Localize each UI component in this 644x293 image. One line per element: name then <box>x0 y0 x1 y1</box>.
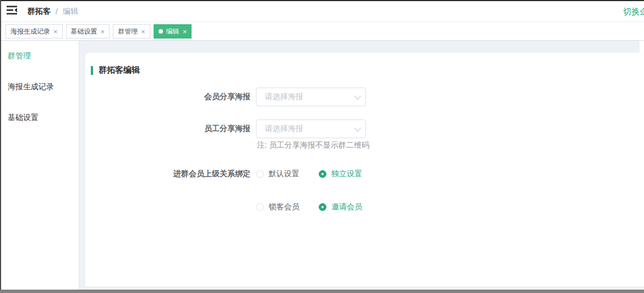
sidebar-item-label: 群管理 <box>8 51 31 61</box>
scrollbar-track[interactable] <box>640 41 644 54</box>
sidebar-item-label: 海报生成记录 <box>8 82 54 92</box>
sidebar-item-poster-records[interactable]: 海报生成记录 <box>0 72 79 102</box>
sidebar-toggle-button[interactable] <box>0 1 24 21</box>
chevron-down-icon <box>354 124 361 132</box>
horizontal-scrollbar[interactable] <box>0 290 644 293</box>
radio-invited-member[interactable]: 邀请会员 <box>319 202 362 212</box>
radio-label: 独立设置 <box>331 169 362 179</box>
title-marker-bar <box>91 66 93 75</box>
tab-label: 群管理 <box>118 27 138 36</box>
field-label: 员工分享海报 <box>85 124 250 134</box>
radio-group-member-type: 锁客会员 邀请会员 <box>256 202 362 212</box>
section-title: 群拓客编辑 <box>91 65 140 75</box>
sidebar-item-group-management[interactable]: 群管理 <box>0 41 79 72</box>
workspace: 群管理 海报生成记录 基础设置 群拓客编辑 会员分享海报 请选择海报 <box>0 41 644 290</box>
radio-label: 默认设置 <box>269 169 299 179</box>
breadcrumb: 群拓客 / 编辑 <box>28 7 78 17</box>
select-placeholder: 请选择海报 <box>265 92 303 102</box>
window-top-edge <box>0 0 644 1</box>
radio-label: 邀请会员 <box>331 202 362 212</box>
staff-poster-select[interactable]: 请选择海报 <box>256 120 366 138</box>
page-title: 群拓客编辑 <box>99 65 140 75</box>
close-icon[interactable]: × <box>141 28 145 35</box>
active-tab-dot-icon <box>159 29 163 34</box>
chevron-down-icon <box>354 93 361 100</box>
breadcrumb-separator: / <box>56 7 58 16</box>
top-navbar: 群拓客 / 编辑 切换企业 <box>0 1 644 22</box>
hamburger-icon <box>7 6 18 17</box>
tags-view-bar: 海报生成记录 × 基础设置 × 群管理 × 编辑 × <box>0 22 644 41</box>
member-poster-select[interactable]: 请选择海报 <box>256 88 366 106</box>
content-card: 群拓客编辑 会员分享海报 请选择海报 员工分享海报 请选择海报 <box>85 53 644 286</box>
staff-poster-note: 注: 员工分享海报不显示群二维码 <box>257 140 369 150</box>
radio-icon <box>256 203 264 211</box>
tab-label: 编辑 <box>166 27 179 36</box>
breadcrumb-item-current: 编辑 <box>63 7 78 17</box>
form-row-relation-bind: 进群会员上级关系绑定 默认设置 独立设置 <box>85 165 644 183</box>
radio-icon <box>256 170 264 178</box>
breadcrumb-item-root[interactable]: 群拓客 <box>28 7 51 17</box>
close-icon[interactable]: × <box>183 28 187 35</box>
field-label: 会员分享海报 <box>85 92 250 102</box>
sidebar-menu: 群管理 海报生成记录 基础设置 <box>0 41 79 290</box>
switch-company-link[interactable]: 切换企业 <box>623 7 644 17</box>
tab-poster-records[interactable]: 海报生成记录 × <box>6 24 63 39</box>
sidebar-item-basic-settings[interactable]: 基础设置 <box>0 102 79 133</box>
radio-label: 锁客会员 <box>269 202 299 212</box>
tab-edit-active[interactable]: 编辑 × <box>154 24 192 39</box>
radio-icon <box>319 203 326 211</box>
form-row-staff-poster: 员工分享海报 请选择海报 <box>85 120 644 138</box>
tab-label: 海报生成记录 <box>10 27 50 36</box>
form-row-member-type: 锁客会员 邀请会员 <box>85 198 644 216</box>
close-icon[interactable]: × <box>101 28 105 35</box>
tab-basic-settings[interactable]: 基础设置 × <box>66 24 110 39</box>
radio-locked-member[interactable]: 锁客会员 <box>256 202 299 212</box>
radio-default-setting[interactable]: 默认设置 <box>256 169 299 179</box>
radio-icon <box>319 170 326 178</box>
window-left-edge <box>0 0 1 290</box>
select-placeholder: 请选择海报 <box>265 124 303 134</box>
tab-label: 基础设置 <box>71 27 97 36</box>
tab-group-management[interactable]: 群管理 × <box>113 24 150 39</box>
radio-group-setting-mode: 默认设置 独立设置 <box>256 169 362 179</box>
form-row-member-poster: 会员分享海报 请选择海报 <box>85 88 644 106</box>
app-window: 群拓客 / 编辑 切换企业 海报生成记录 × 基础设置 × 群管理 × 编辑 ×… <box>0 0 644 293</box>
radio-independent-setting[interactable]: 独立设置 <box>319 169 362 179</box>
sidebar-item-label: 基础设置 <box>8 113 39 123</box>
field-label: 进群会员上级关系绑定 <box>85 169 250 179</box>
close-icon[interactable]: × <box>53 28 58 35</box>
